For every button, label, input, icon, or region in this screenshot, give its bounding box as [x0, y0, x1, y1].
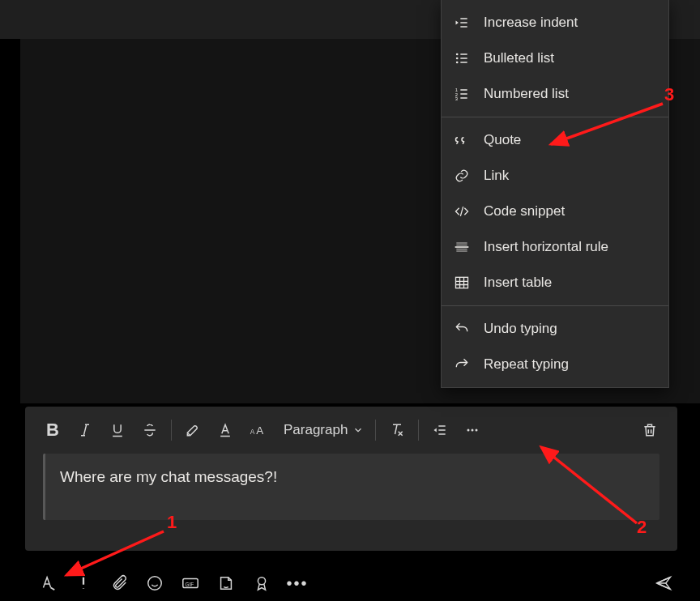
underline-icon [109, 422, 126, 438]
svg-text:3: 3 [455, 96, 458, 101]
clear-formatting-icon [389, 422, 405, 438]
send-button[interactable] [651, 571, 676, 595]
svg-text:GIF: GIF [186, 582, 194, 587]
paragraph-label: Paragraph [284, 422, 348, 438]
decrease-indent-icon [432, 422, 448, 438]
bold-icon: B [46, 420, 59, 441]
praise-button[interactable] [250, 571, 274, 595]
svg-rect-6 [456, 277, 468, 288]
menu-item-label: Insert table [484, 275, 552, 291]
format-icon [39, 574, 57, 592]
decrease-indent-button[interactable] [424, 414, 456, 446]
menu-group-lists: Increase indent Bulleted list 123 Number… [442, 0, 668, 117]
font-size-icon: AA [250, 422, 266, 438]
menu-group-undo: Undo typing Repeat typing [442, 306, 668, 387]
svg-point-10 [472, 429, 474, 432]
gif-button[interactable]: GIF [178, 571, 203, 595]
more-actions-button[interactable]: ••• [285, 571, 309, 595]
emoji-button[interactable] [143, 571, 167, 595]
menu-item-code-snippet[interactable]: Code snippet [442, 194, 668, 229]
code-icon [451, 201, 472, 222]
more-horizontal-icon: ••• [286, 575, 308, 591]
menu-item-label: Increase indent [484, 15, 578, 31]
paperclip-icon [110, 574, 128, 592]
menu-item-label: Link [484, 168, 509, 184]
svg-text:A: A [256, 424, 263, 437]
menu-item-label: Insert horizontal rule [484, 239, 608, 255]
compose-input-wrap: Where are my chat messages?! [25, 454, 677, 520]
compose-box: B AA Paragraph [25, 407, 677, 551]
link-icon [451, 165, 472, 186]
clear-formatting-button[interactable] [381, 414, 413, 446]
redo-icon [451, 354, 472, 375]
menu-item-numbered-list[interactable]: 123 Numbered list [442, 76, 668, 112]
send-icon [655, 574, 672, 592]
svg-point-9 [467, 429, 470, 432]
strikethrough-icon [142, 422, 158, 438]
trash-icon [642, 422, 658, 438]
svg-text:A: A [250, 428, 255, 436]
badge-icon [253, 574, 271, 592]
italic-icon [77, 422, 93, 438]
app-root: Increase indent Bulleted list 123 Number… [0, 0, 700, 601]
paragraph-style-dropdown[interactable]: Paragraph [274, 414, 370, 446]
menu-item-increase-indent[interactable]: Increase indent [442, 5, 668, 40]
font-color-icon [217, 422, 233, 438]
svg-point-11 [476, 429, 478, 432]
svg-point-12 [148, 577, 162, 590]
more-horizontal-icon [464, 422, 480, 438]
message-input[interactable]: Where are my chat messages?! [43, 454, 659, 520]
menu-item-label: Code snippet [484, 203, 565, 220]
menu-item-label: Bulleted list [484, 50, 554, 66]
menu-item-label: Quote [484, 132, 521, 148]
sticker-icon [217, 574, 235, 592]
delete-button[interactable] [634, 414, 666, 446]
menu-item-link[interactable]: Link [442, 158, 668, 194]
menu-item-repeat-typing[interactable]: Repeat typing [442, 347, 668, 382]
italic-button[interactable] [69, 414, 101, 446]
underline-button[interactable] [101, 414, 134, 446]
more-options-button[interactable] [456, 414, 489, 446]
toolbar-divider [418, 420, 419, 441]
numbered-list-icon: 123 [451, 83, 472, 104]
bulleted-list-icon [451, 48, 472, 69]
gif-icon: GIF [181, 574, 199, 592]
menu-item-bulleted-list[interactable]: Bulleted list [442, 40, 668, 76]
hr-icon [451, 237, 472, 258]
sticker-button[interactable] [214, 571, 238, 595]
menu-item-label: Repeat typing [484, 356, 569, 373]
smile-icon [146, 574, 164, 592]
strikethrough-button[interactable] [134, 414, 166, 446]
highlight-button[interactable] [177, 414, 209, 446]
menu-item-label: Undo typing [484, 321, 557, 337]
indent-icon [451, 12, 472, 33]
menu-item-insert-table[interactable]: Insert table [442, 265, 668, 300]
toolbar-divider [375, 420, 376, 441]
highlight-icon [185, 422, 201, 438]
exclamation-icon [75, 574, 92, 592]
menu-item-label: Numbered list [484, 86, 569, 102]
svg-point-2 [456, 62, 459, 64]
attach-button[interactable] [107, 571, 131, 595]
quote-icon [451, 130, 472, 151]
message-text: Where are my chat messages?! [60, 468, 277, 485]
menu-group-insert: Quote Link Code snippet Insert horizonta… [442, 117, 668, 306]
svg-point-1 [456, 58, 459, 60]
font-color-button[interactable] [209, 414, 241, 446]
undo-icon [451, 318, 472, 339]
compose-actions: GIF ••• [36, 567, 676, 599]
format-toggle-button[interactable] [36, 571, 60, 595]
toolbar-divider [171, 420, 172, 441]
table-icon [451, 272, 472, 293]
bold-button[interactable]: B [36, 414, 69, 446]
menu-item-undo-typing[interactable]: Undo typing [442, 311, 668, 347]
svg-point-0 [456, 53, 459, 56]
menu-item-quote[interactable]: Quote [442, 122, 668, 158]
priority-button[interactable] [71, 571, 96, 595]
svg-point-15 [258, 578, 265, 585]
format-toolbar: B AA Paragraph [25, 407, 677, 454]
menu-item-insert-hr[interactable]: Insert horizontal rule [442, 229, 668, 265]
font-size-button[interactable]: AA [241, 414, 274, 446]
format-overflow-menu: Increase indent Bulleted list 123 Number… [441, 0, 669, 388]
chevron-down-icon [352, 424, 364, 436]
